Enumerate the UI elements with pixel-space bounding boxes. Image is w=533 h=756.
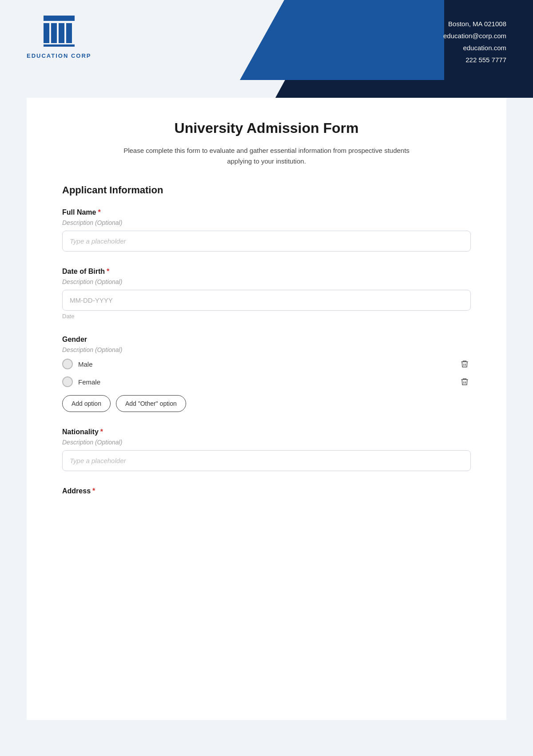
required-star-dob: *	[107, 268, 109, 276]
contact-website: education.com	[443, 42, 506, 54]
svg-rect-3	[59, 23, 64, 43]
field-label-address: Address *	[62, 487, 471, 495]
radio-circle-male[interactable]	[62, 359, 73, 369]
logo-icon	[41, 13, 77, 49]
contact-phone: 222 555 7777	[443, 54, 506, 66]
delete-male-button[interactable]	[458, 358, 471, 370]
radio-label-female: Female	[78, 378, 100, 386]
main-content: University Admission Form Please complet…	[27, 98, 506, 720]
page-header: EDUCATION CORP Boston, MA 021008 educati…	[0, 0, 533, 98]
label-text-address: Address	[62, 487, 91, 495]
field-group-dob: Date of Birth * Description (Optional) D…	[62, 268, 471, 320]
form-title: University Admission Form	[62, 120, 471, 136]
label-text-dob: Date of Birth	[62, 268, 105, 276]
field-group-full-name: Full Name * Description (Optional)	[62, 208, 471, 252]
required-star-address: *	[92, 487, 95, 495]
field-desc-nationality: Description (Optional)	[62, 439, 471, 446]
field-group-nationality: Nationality * Description (Optional)	[62, 428, 471, 471]
field-desc-dob: Description (Optional)	[62, 278, 471, 285]
field-desc-gender: Description (Optional)	[62, 346, 471, 353]
label-text-nationality: Nationality	[62, 428, 99, 436]
svg-rect-0	[44, 16, 75, 21]
field-group-gender: Gender Description (Optional) Male Femal…	[62, 336, 471, 412]
add-other-option-button[interactable]: Add "Other" option	[116, 395, 186, 412]
logo-text: EDUCATION CORP	[27, 52, 91, 59]
nationality-input[interactable]	[62, 450, 471, 471]
full-name-input[interactable]	[62, 231, 471, 252]
field-desc-full-name: Description (Optional)	[62, 219, 471, 226]
section-title: Applicant Information	[62, 184, 471, 196]
form-subtitle: Please complete this form to evaluate an…	[115, 145, 418, 167]
label-text-gender: Gender	[62, 336, 87, 344]
svg-rect-4	[66, 23, 72, 43]
svg-rect-2	[51, 23, 57, 43]
svg-rect-1	[44, 23, 49, 43]
field-group-address: Address *	[62, 487, 471, 495]
header-contact: Boston, MA 021008 education@corp.com edu…	[443, 18, 506, 66]
required-star-nationality: *	[100, 428, 103, 436]
label-text-full-name: Full Name	[62, 208, 96, 216]
field-label-dob: Date of Birth *	[62, 268, 471, 276]
logo-area: EDUCATION CORP	[27, 13, 91, 59]
radio-option-female: Female	[62, 376, 471, 388]
radio-label-male: Male	[78, 360, 93, 368]
field-label-nationality: Nationality *	[62, 428, 471, 436]
svg-rect-5	[44, 44, 75, 47]
required-star-full-name: *	[98, 208, 100, 216]
option-buttons-group: Add option Add "Other" option	[62, 395, 471, 412]
contact-email: education@corp.com	[443, 30, 506, 42]
field-hint-dob: Date	[62, 313, 471, 320]
contact-address: Boston, MA 021008	[443, 18, 506, 30]
header-blue-accent	[240, 0, 444, 80]
add-option-button[interactable]: Add option	[62, 395, 111, 412]
delete-female-button[interactable]	[458, 376, 471, 388]
field-label-full-name: Full Name *	[62, 208, 471, 216]
radio-circle-female[interactable]	[62, 376, 73, 387]
radio-option-male: Male	[62, 358, 471, 370]
field-label-gender: Gender	[62, 336, 471, 344]
dob-input[interactable]	[62, 290, 471, 311]
